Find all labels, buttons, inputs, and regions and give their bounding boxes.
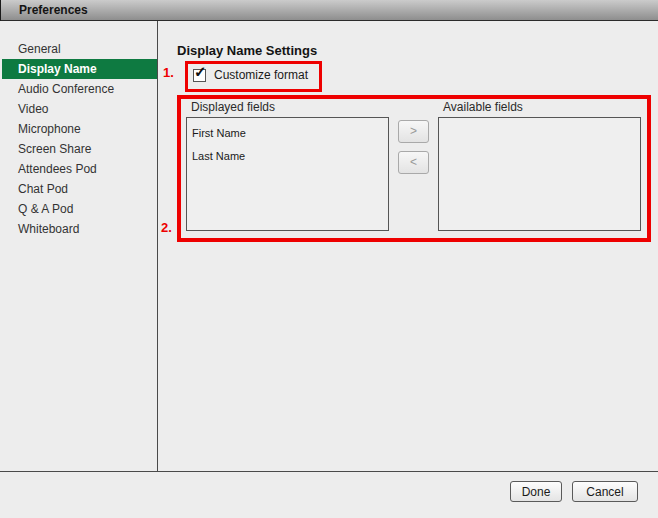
titlebar[interactable]: Preferences bbox=[0, 0, 658, 21]
sidebar-divider bbox=[157, 21, 158, 471]
displayed-fields-list[interactable]: First Name Last Name bbox=[186, 117, 389, 231]
preferences-window: Preferences General Display Name Audio C… bbox=[0, 0, 658, 518]
available-fields-label: Available fields bbox=[443, 100, 523, 114]
window-title: Preferences bbox=[1, 0, 88, 20]
page-title: Display Name Settings bbox=[177, 43, 317, 58]
sidebar-item-general[interactable]: General bbox=[0, 39, 157, 59]
sidebar-item-chat-pod[interactable]: Chat Pod bbox=[0, 179, 157, 199]
displayed-fields-label: Displayed fields bbox=[191, 100, 275, 114]
sidebar-item-screen-share[interactable]: Screen Share bbox=[0, 139, 157, 159]
footer-divider bbox=[0, 471, 658, 472]
move-right-button[interactable]: > bbox=[398, 120, 429, 143]
cancel-button[interactable]: Cancel bbox=[572, 481, 638, 502]
checkmark-icon: ✓ bbox=[194, 64, 207, 79]
customize-format-label: Customize format bbox=[214, 68, 308, 82]
annotation-step-1: 1. bbox=[163, 65, 174, 80]
sidebar-item-video[interactable]: Video bbox=[0, 99, 157, 119]
sidebar-item-display-name[interactable]: Display Name bbox=[2, 59, 157, 79]
sidebar-item-attendees-pod[interactable]: Attendees Pod bbox=[0, 159, 157, 179]
done-button[interactable]: Done bbox=[510, 481, 562, 502]
sidebar-item-qa-pod[interactable]: Q & A Pod bbox=[0, 199, 157, 219]
move-left-button[interactable]: < bbox=[398, 151, 429, 174]
annotation-step-2: 2. bbox=[161, 220, 172, 235]
list-item[interactable]: Last Name bbox=[187, 145, 388, 168]
sidebar-item-whiteboard[interactable]: Whiteboard bbox=[0, 219, 157, 239]
sidebar-item-audio-conference[interactable]: Audio Conference bbox=[0, 79, 157, 99]
available-fields-list[interactable] bbox=[438, 117, 641, 231]
list-item[interactable]: First Name bbox=[187, 122, 388, 145]
customize-format-row: ✓ Customize format bbox=[193, 68, 308, 82]
customize-format-checkbox[interactable]: ✓ bbox=[193, 69, 206, 82]
sidebar: General Display Name Audio Conference Vi… bbox=[0, 21, 157, 471]
sidebar-item-microphone[interactable]: Microphone bbox=[0, 119, 157, 139]
